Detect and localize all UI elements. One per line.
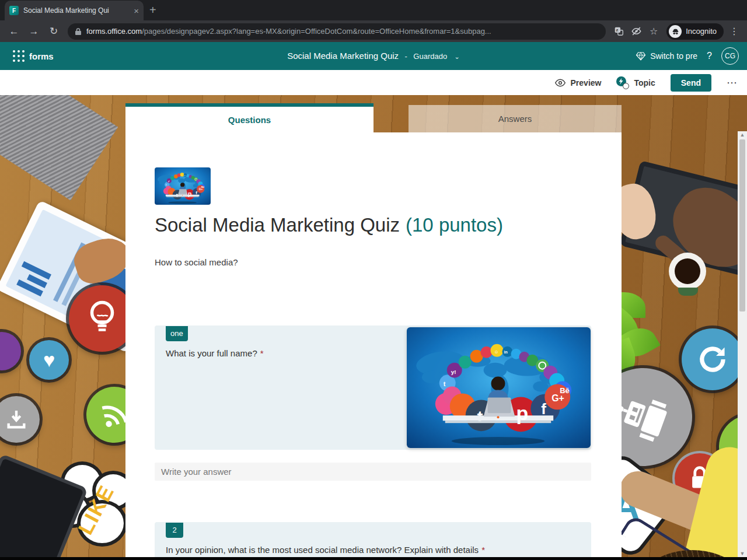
address-bar[interactable]: forms.office.com/pages/designpagev2.aspx… [68, 23, 606, 40]
eye-off-icon[interactable] [629, 24, 643, 38]
form-design-stage: ♥ LIKE A Questions Answer [0, 95, 747, 560]
translate-icon[interactable]: a [612, 24, 626, 38]
answer-input[interactable]: Write your answer [155, 463, 591, 481]
forward-button[interactable]: → [26, 23, 42, 40]
question-number-badge: 2 [166, 523, 183, 538]
preview-button[interactable]: Preview [554, 78, 602, 88]
form-content-column: Questions Answers Social Media Marketing… [125, 95, 622, 560]
form-description[interactable]: How to social media? [155, 257, 238, 267]
forms-favicon-icon: F [9, 6, 19, 15]
question-number-badge: one [166, 326, 188, 341]
help-button[interactable]: ? [707, 51, 712, 61]
url-lock-icon [75, 27, 82, 36]
form-panel: Social Media Marketing Quiz(10 puntos) H… [125, 132, 622, 560]
heart-icon: ♥ [29, 340, 69, 380]
forms-app-header: forms Social Media Marketing Quiz - Guar… [0, 42, 747, 70]
browser-menu-icon[interactable]: ⋮ [727, 26, 741, 37]
forms-brand[interactable]: forms [29, 51, 54, 61]
tab-answers[interactable]: Answers [409, 105, 622, 132]
back-button[interactable]: ← [6, 23, 22, 40]
browser-toolbar: ← → ↻ forms.office.com/pages/designpagev… [0, 20, 747, 42]
window-bottom-edge [0, 557, 747, 560]
theme-icon [616, 76, 629, 89]
required-asterisk: * [481, 545, 485, 555]
app-launcher-icon[interactable] [13, 50, 15, 52]
more-options-icon[interactable]: ⋯ [727, 76, 738, 89]
topic-button[interactable]: Topic [616, 76, 655, 89]
switch-to-premium-button[interactable]: Switch to pre [636, 51, 697, 61]
scroll-down-icon[interactable]: ▼ [740, 550, 745, 557]
coffee-cup [669, 253, 706, 290]
sweater-arm [0, 95, 118, 201]
tab-close-icon[interactable]: × [134, 6, 139, 15]
question-text: In your opinion, what is the most used s… [166, 545, 485, 555]
send-button[interactable]: Send [671, 74, 711, 92]
form-title[interactable]: Social Media Marketing Quiz(10 puntos) [155, 214, 503, 236]
incognito-icon [669, 25, 682, 38]
scroll-up-icon[interactable]: ▲ [740, 131, 745, 138]
bookmark-star-icon[interactable]: ☆ [647, 24, 661, 38]
browser-tab[interactable]: F Social Media Marketing Qui × [5, 1, 144, 20]
new-tab-button[interactable]: + [149, 4, 156, 17]
form-action-bar: Preview Topic Send ⋯ [0, 70, 747, 95]
question-card-2[interactable]: 2 In your opinion, what is the most used… [155, 522, 591, 560]
cup-handle [678, 288, 698, 296]
question-card-1[interactable]: one What is your full name?* [155, 326, 591, 450]
gem-icon [636, 51, 646, 61]
eye-icon [554, 78, 566, 88]
browser-tab-strip: F Social Media Marketing Qui × + [0, 0, 747, 20]
incognito-badge[interactable]: Incognito [666, 23, 724, 40]
purple-disc [0, 332, 21, 370]
chevron-down-icon[interactable]: ⌄ [455, 53, 460, 60]
form-header-image[interactable] [155, 167, 211, 205]
document-title: Social Media Marketing Quiz [287, 51, 399, 61]
form-tabs: Questions Answers [125, 103, 622, 132]
incognito-label: Incognito [686, 27, 717, 36]
page-scrollbar[interactable]: ▲ ▼ [738, 131, 747, 557]
saved-status: Guardado [413, 52, 447, 61]
question-text: What is your full name?* [166, 348, 264, 358]
download-icon [0, 396, 40, 443]
reload-button[interactable]: ↻ [46, 23, 62, 40]
question-image[interactable] [407, 327, 591, 448]
refresh-icon [682, 328, 743, 390]
form-points: (10 puntos) [406, 214, 503, 236]
document-title-group: Social Media Marketing Quiz - Guardado ⌄ [0, 51, 747, 61]
required-asterisk: * [260, 348, 264, 358]
tab-questions[interactable]: Questions [125, 103, 374, 132]
url-text: forms.office.com/pages/designpagev2.aspx… [86, 27, 491, 36]
scrollbar-thumb[interactable] [739, 139, 745, 312]
avatar[interactable]: CG [721, 47, 739, 65]
browser-tab-title: Social Media Marketing Qui [23, 6, 129, 15]
